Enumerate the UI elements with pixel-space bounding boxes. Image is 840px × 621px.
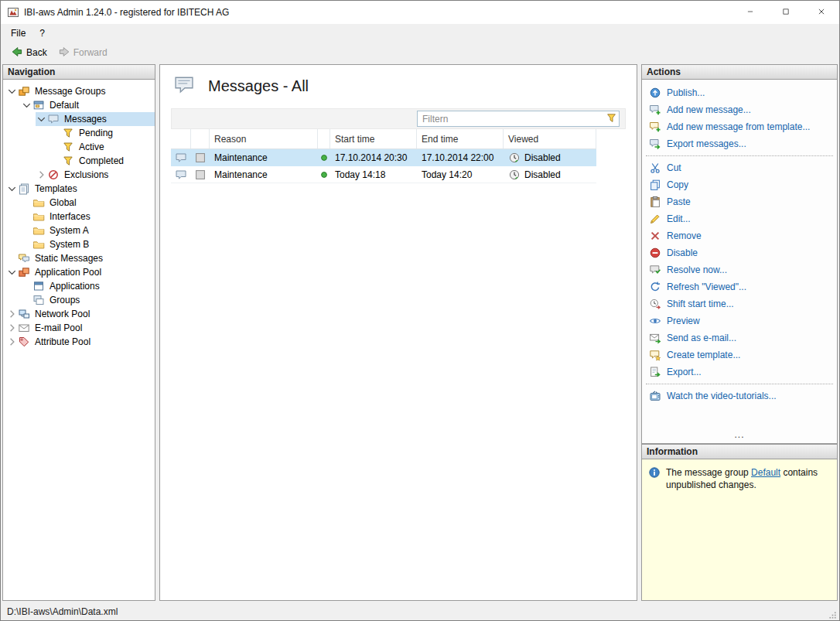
default-group-link[interactable]: Default xyxy=(751,467,780,478)
action-copy[interactable]: Copy xyxy=(642,176,837,193)
action-add-new-message[interactable]: Add new message... xyxy=(642,101,837,118)
menu-file[interactable]: File xyxy=(4,26,32,41)
tree-item-system-b[interactable]: System B xyxy=(21,237,155,251)
action-label: Paste xyxy=(667,196,691,207)
action-disable[interactable]: Disable xyxy=(642,244,837,261)
tree-item-completed[interactable]: Completed xyxy=(50,154,155,168)
chevron-expanded-icon[interactable] xyxy=(6,85,18,97)
tree-item-application-pool[interactable]: Application Pool xyxy=(6,265,155,279)
group-icon xyxy=(32,99,46,111)
row-checkbox-icon[interactable] xyxy=(191,166,210,183)
chevron-placeholder xyxy=(6,252,18,264)
action-refresh-viewed[interactable]: Refresh "Viewed"... xyxy=(642,278,837,295)
tree-item-global[interactable]: Global xyxy=(21,196,155,210)
action-preview[interactable]: Preview xyxy=(642,312,837,329)
tree-item-network-pool[interactable]: Network Pool xyxy=(6,307,155,321)
tree-item-default[interactable]: Default xyxy=(21,98,155,112)
action-shift-start-time[interactable]: Shift start time... xyxy=(642,295,837,312)
chevron-expanded-icon[interactable] xyxy=(36,113,47,125)
filter-band xyxy=(171,108,626,129)
filter-input[interactable] xyxy=(417,111,620,127)
tree-item-label: System B xyxy=(46,239,92,250)
chevron-placeholder xyxy=(21,196,32,209)
resize-grip-icon[interactable] xyxy=(828,610,838,620)
action-edit[interactable]: Edit... xyxy=(642,210,837,227)
action-create-template[interactable]: Create template... xyxy=(642,346,837,363)
column-header-viewed[interactable]: Viewed xyxy=(504,129,596,148)
tree-item-applications[interactable]: Applications xyxy=(21,279,155,293)
column-header-status[interactable] xyxy=(318,129,330,148)
filter-funnel-icon[interactable] xyxy=(606,112,617,126)
close-button[interactable] xyxy=(804,1,839,24)
tree-item-attribute-pool[interactable]: Attribute Pool xyxy=(6,335,155,349)
column-header-checkbox[interactable] xyxy=(191,129,210,148)
action-resolve-now[interactable]: Resolve now... xyxy=(642,261,837,278)
funnel-icon xyxy=(62,141,76,153)
chevron-placeholder xyxy=(50,127,62,139)
table-row[interactable]: Maintenance17.10.2014 20:3017.10.2014 22… xyxy=(171,149,596,166)
chevron-collapsed-icon[interactable] xyxy=(6,336,18,348)
static-messages-icon xyxy=(18,252,32,264)
tree-item-active[interactable]: Active xyxy=(50,140,155,154)
tree-item-static-messages[interactable]: Static Messages xyxy=(6,251,155,265)
table-row[interactable]: MaintenanceToday 14:18Today 14:20Disable… xyxy=(171,166,596,183)
tree-item-system-a[interactable]: System A xyxy=(21,223,155,237)
paste-icon xyxy=(649,196,661,208)
action-paste[interactable]: Paste xyxy=(642,193,837,210)
tree-item-label: Messages xyxy=(61,114,110,125)
action-remove[interactable]: Remove xyxy=(642,227,837,244)
navigation-panel: Navigation Message GroupsDefaultMessages… xyxy=(2,64,155,601)
column-header-start-time[interactable]: Start time xyxy=(330,129,417,148)
chevron-placeholder xyxy=(21,238,32,251)
column-header-end-time[interactable]: End time xyxy=(417,129,504,148)
forward-button[interactable]: Forward xyxy=(53,44,113,62)
chevron-expanded-icon[interactable] xyxy=(21,99,32,111)
back-button[interactable]: Back xyxy=(5,44,53,62)
action-publish[interactable]: Publish... xyxy=(642,84,837,101)
window-title: IBI-aws Admin 1.24.0 - registered for IB… xyxy=(24,7,229,18)
minimize-button[interactable] xyxy=(732,1,768,24)
export-icon xyxy=(649,366,661,378)
tree-item-message-groups[interactable]: Message Groups xyxy=(6,84,155,98)
table-header: Reason Start time End time Viewed xyxy=(171,129,596,149)
chevron-expanded-icon[interactable] xyxy=(6,183,18,195)
add-message-template-icon xyxy=(649,121,661,133)
chevron-collapsed-icon[interactable] xyxy=(6,308,18,320)
content-title-area: Messages - All xyxy=(160,65,637,102)
actions-overflow[interactable]: ... xyxy=(642,428,837,443)
chevron-collapsed-icon[interactable] xyxy=(6,322,18,334)
maximize-button[interactable] xyxy=(768,1,804,24)
tree-item-interfaces[interactable]: Interfaces xyxy=(21,210,155,223)
column-header-reason[interactable]: Reason xyxy=(210,129,318,148)
export-messages-icon xyxy=(649,138,661,150)
menu-help[interactable]: ? xyxy=(32,26,52,41)
action-add-new-message-from-template[interactable]: Add new message from template... xyxy=(642,118,837,135)
action-export[interactable]: Export... xyxy=(642,363,837,380)
tree-item-messages[interactable]: Messages xyxy=(36,112,155,126)
chevron-expanded-icon[interactable] xyxy=(6,266,18,278)
tree-item-pending[interactable]: Pending xyxy=(50,126,155,140)
attribute-pool-icon xyxy=(18,336,32,348)
filter-box xyxy=(417,111,620,127)
tree-item-label: System A xyxy=(46,225,92,236)
tree-item-exclusions[interactable]: Exclusions xyxy=(36,168,155,182)
action-cut[interactable]: Cut xyxy=(642,159,837,176)
column-header-row-icon[interactable] xyxy=(171,129,191,148)
navigation-tree: Message GroupsDefaultMessagesPendingActi… xyxy=(2,80,155,601)
titlebar[interactable]: IBI-aws Admin 1.24.0 - registered for IB… xyxy=(1,1,839,24)
minimize-icon xyxy=(746,7,754,18)
tree-item-templates[interactable]: Templates xyxy=(6,182,155,196)
action-watch-the-video-tutorials[interactable]: Watch the video-tutorials... xyxy=(642,387,837,404)
applications-icon xyxy=(32,280,46,292)
row-checkbox-icon[interactable] xyxy=(191,149,210,166)
action-label: Remove xyxy=(667,230,702,241)
status-path: D:\IBI-aws\Admin\Data.xml xyxy=(7,606,118,617)
action-send-as-e-mail[interactable]: Send as e-mail... xyxy=(642,329,837,346)
tree-item-groups[interactable]: Groups xyxy=(21,293,155,307)
tree-item-e-mail-pool[interactable]: E-mail Pool xyxy=(6,321,155,335)
chevron-collapsed-icon[interactable] xyxy=(36,169,47,181)
network-pool-icon xyxy=(18,308,32,320)
tree-item-label: Default xyxy=(46,100,82,111)
action-label: Send as e-mail... xyxy=(667,333,736,343)
action-export-messages[interactable]: Export messages... xyxy=(642,135,837,152)
